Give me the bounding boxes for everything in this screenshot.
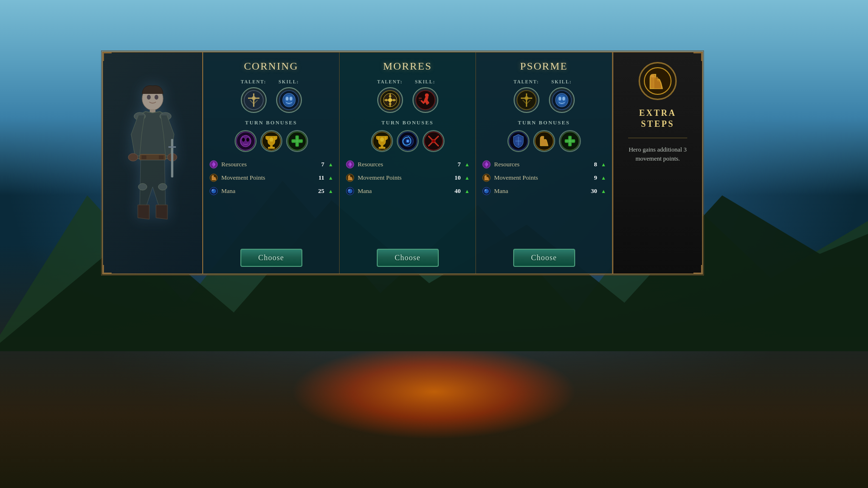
stats-section-1: Resources 7 ▲ Movement Points 11 ▲ xyxy=(209,160,333,242)
bonus-icon-trophy-2 xyxy=(371,130,393,152)
svg-rect-34 xyxy=(268,147,274,149)
blue-swirl-svg xyxy=(398,131,418,151)
svg-point-103 xyxy=(484,189,489,193)
svg-point-57 xyxy=(425,93,429,97)
turn-bonuses-label-3: TURN BONUSES xyxy=(518,120,570,125)
stat-value-movement-3: 9 xyxy=(588,174,597,182)
bonus-icons-1 xyxy=(235,130,308,152)
option-col-corning: CORNING TALENT: SKILL: xyxy=(203,52,340,274)
purple-gem-icon-1 xyxy=(209,160,218,169)
bonus-icon-green-cross xyxy=(286,130,308,152)
stat-arrow-movement-2: ▲ xyxy=(465,175,470,181)
stat-name-mana-2: Mana xyxy=(358,187,448,195)
fire-effect xyxy=(291,344,577,439)
skill-label-2: SKILL: xyxy=(415,79,435,84)
bonus-icon-gold-boots xyxy=(533,130,555,152)
svg-point-88 xyxy=(562,97,565,101)
stat-arrow-movement-1: ▲ xyxy=(328,175,333,181)
purple-gem-icon-3 xyxy=(482,160,491,169)
bonus-icon-green-plus xyxy=(559,130,581,152)
svg-point-30 xyxy=(241,138,245,142)
stat-name-resources-1: Resources xyxy=(221,161,312,168)
choose-button-psorme[interactable]: Choose xyxy=(513,249,575,267)
svg-rect-9 xyxy=(142,155,146,159)
svg-point-104 xyxy=(485,189,486,191)
boot-gold-icon-1 xyxy=(209,173,218,183)
stat-value-resources-3: 8 xyxy=(588,161,597,168)
hero-character-svg xyxy=(122,72,184,254)
turn-bonuses-label-2: TURN BONUSES xyxy=(382,120,434,125)
talent-label-3: TALENT: xyxy=(514,79,539,84)
red-cross-svg xyxy=(424,131,444,151)
stat-arrow-resources-1: ▲ xyxy=(328,162,333,167)
blue-shield-svg xyxy=(508,131,528,151)
skill-label-3: SKILL: xyxy=(551,79,572,84)
stat-row-movement-3: Movement Points 9 ▲ xyxy=(482,173,606,183)
svg-point-54 xyxy=(393,99,395,102)
trophy-svg-2 xyxy=(372,131,392,151)
bonus-icon-trophy xyxy=(260,130,282,152)
col-title-morres: MORRES xyxy=(383,60,432,72)
skill-icon-2 xyxy=(413,87,438,113)
hero-figure xyxy=(110,63,196,263)
talent-label-1: TALENT: xyxy=(241,79,266,84)
hero-section xyxy=(103,52,203,274)
ornate-cross-talent-svg xyxy=(380,90,401,111)
svg-point-70 xyxy=(432,139,435,142)
svg-point-66 xyxy=(407,140,409,142)
stat-row-resources-2: Resources 7 ▲ xyxy=(345,160,470,169)
blue-orb-icon-1 xyxy=(209,186,218,196)
svg-point-11 xyxy=(128,153,138,161)
stat-row-resources-1: Resources 7 ▲ xyxy=(209,160,333,169)
bonus-icons-3 xyxy=(507,130,581,152)
stat-arrow-movement-3: ▲ xyxy=(601,175,606,181)
bonus-icon-blue-shield xyxy=(507,130,529,152)
stat-row-mana-3: Mana 30 ▲ xyxy=(482,186,606,196)
svg-point-52 xyxy=(389,103,391,105)
stat-value-mana-2: 40 xyxy=(451,187,461,195)
svg-point-77 xyxy=(348,189,350,191)
choose-button-corning[interactable]: Choose xyxy=(240,249,302,267)
svg-point-31 xyxy=(246,138,249,142)
choose-button-morres[interactable]: Choose xyxy=(377,249,439,267)
stat-row-mana-2: Mana 40 ▲ xyxy=(345,186,470,196)
skill-icon-1 xyxy=(276,87,302,113)
stat-value-movement-2: 10 xyxy=(451,174,461,182)
svg-point-14 xyxy=(158,183,167,190)
extra-icon-wrapper xyxy=(639,62,677,100)
blue-mask-svg xyxy=(279,90,300,111)
skill-group-1: SKILL: xyxy=(276,79,302,113)
svg-rect-15 xyxy=(171,139,173,177)
red-runner-svg xyxy=(415,90,436,111)
corner-tl xyxy=(102,51,112,61)
svg-point-3 xyxy=(147,95,151,100)
golden-boots-icon xyxy=(643,67,672,95)
bonus-icon-purple-mask xyxy=(235,130,257,152)
svg-point-51 xyxy=(389,95,391,98)
green-plus-svg xyxy=(560,131,580,151)
svg-rect-97 xyxy=(565,140,574,142)
stat-name-resources-3: Resources xyxy=(494,161,585,168)
boot-gold-icon-3 xyxy=(482,173,491,183)
svg-point-27 xyxy=(289,97,292,101)
stat-arrow-mana-2: ▲ xyxy=(465,188,470,194)
svg-rect-39 xyxy=(292,140,301,142)
svg-point-26 xyxy=(286,97,289,101)
stat-arrow-mana-3: ▲ xyxy=(601,188,606,194)
stat-value-mana-3: 30 xyxy=(588,187,597,195)
svg-point-4 xyxy=(155,95,158,100)
stat-row-mana-1: Mana 25 ▲ xyxy=(209,186,333,196)
talent-icon-1 xyxy=(241,87,267,113)
stat-arrow-resources-3: ▲ xyxy=(601,162,606,167)
bonus-icon-blue-swirl xyxy=(397,130,419,152)
svg-rect-10 xyxy=(159,155,164,159)
bonus-icon-red-cross xyxy=(423,130,444,152)
extra-title: EXTRASTEPS xyxy=(639,108,676,130)
talent-group-2: TALENT: xyxy=(377,79,403,113)
col-title-psorme: PSORME xyxy=(520,60,568,72)
stat-arrow-mana-1: ▲ xyxy=(328,188,333,194)
blue-mask-3-svg xyxy=(551,90,572,111)
stat-row-movement-1: Movement Points 11 ▲ xyxy=(209,173,333,183)
skill-icon-3 xyxy=(549,87,575,113)
stat-name-movement-1: Movement Points xyxy=(221,174,312,182)
